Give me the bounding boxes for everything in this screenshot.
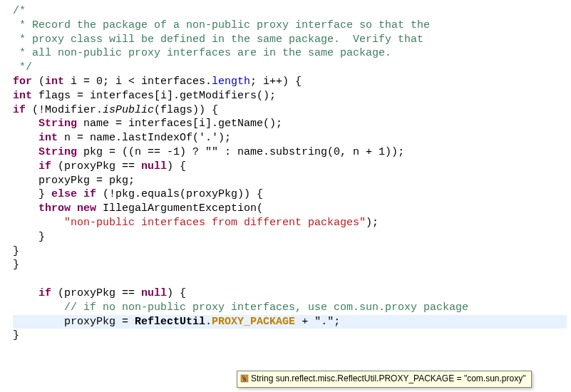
- keyword-null: null: [141, 160, 167, 172]
- tooltip-text: String sun.reflect.misc.ReflectUtil.PROX…: [251, 373, 525, 383]
- keyword-if: if: [38, 160, 51, 172]
- comment-line: * proxy class will be defined in the sam…: [13, 33, 423, 46]
- keyword-int: int: [45, 76, 64, 88]
- char-literal: '.': [199, 132, 218, 144]
- code-text: (!pkg.: [96, 188, 141, 200]
- method-call: substring: [269, 146, 327, 158]
- code-text: flags = interfaces[i].: [32, 90, 180, 102]
- comment-line: * all non-public proxy interfaces are in…: [13, 47, 391, 59]
- method-call: getName: [218, 118, 263, 130]
- keyword-if: if: [13, 104, 26, 116]
- keyword-null: null: [141, 287, 167, 299]
- type-string: String: [38, 146, 77, 158]
- brace: }: [13, 245, 19, 257]
- comment-line: */: [13, 61, 32, 73]
- brace: }: [13, 231, 45, 243]
- class-name: IllegalArgumentException(: [96, 202, 263, 215]
- string-literal: ".": [314, 316, 334, 328]
- code-text: ();: [263, 118, 282, 130]
- keyword-throw: throw: [38, 202, 71, 215]
- method-call: getModifiers: [180, 90, 257, 102]
- code-text: n = name.: [58, 132, 122, 144]
- code-text: ) {: [167, 160, 186, 172]
- code-text: );: [366, 217, 379, 229]
- string-literal: "": [205, 146, 218, 158]
- method-call: equals: [141, 188, 180, 200]
- keyword-int: int: [38, 132, 58, 144]
- code-text: (!Modifier.: [26, 104, 103, 116]
- brace: }: [13, 259, 19, 271]
- keyword-else: else: [51, 188, 77, 200]
- comment-line: // if no non-public proxy interfaces, us…: [64, 301, 468, 314]
- keyword-new: new: [71, 202, 96, 215]
- class-name: ReflectUtil: [135, 316, 205, 328]
- code-editor[interactable]: /* * Record the package of a non-public …: [13, 4, 567, 343]
- code-text: proxyPkg =: [64, 316, 135, 328]
- comment-line: * Record the package of a non-public pro…: [13, 19, 430, 31]
- code-text: (flags)) {: [154, 104, 218, 116]
- keyword-for: for: [13, 76, 32, 88]
- code-text: }: [38, 188, 51, 200]
- keyword-if: if: [77, 188, 96, 200]
- comment-line: /*: [13, 5, 26, 17]
- current-line-highlight: proxyPkg = ReflectUtil.PROXY_PACKAGE + "…: [13, 315, 567, 329]
- field-length: length: [212, 76, 250, 88]
- code-text: );: [218, 132, 231, 144]
- code-text: ; i++) {: [250, 76, 302, 88]
- code-text: (proxyPkg ==: [51, 287, 141, 299]
- type-string: String: [38, 118, 77, 130]
- svg-text:F: F: [242, 375, 245, 378]
- code-text: : name.: [218, 146, 269, 158]
- semicolon: ;: [334, 316, 340, 328]
- code-text: (proxyPkg ==: [51, 160, 141, 172]
- dot: .: [205, 316, 212, 328]
- code-text: name = interfaces[i].: [77, 118, 218, 130]
- hover-tooltip: S F String sun.reflect.misc.ReflectUtil.…: [237, 371, 532, 388]
- method-call: lastIndexOf: [122, 132, 192, 144]
- field-icon: S F: [240, 374, 249, 383]
- static-field: PROXY_PACKAGE: [212, 316, 295, 328]
- code-text: pkg = ((n == -1) ?: [77, 146, 205, 158]
- keyword-int: int: [13, 90, 32, 102]
- code-text: (0, n + 1));: [327, 146, 404, 158]
- code-text: +: [295, 316, 314, 328]
- keyword-if: if: [38, 287, 51, 299]
- code-text: ) {: [167, 287, 186, 299]
- code-text: i = 0; i < interfaces.: [64, 76, 212, 88]
- string-literal: "non-public interfaces from different pa…: [64, 217, 366, 229]
- method-call: isPublic: [103, 104, 154, 116]
- code-text: proxyPkg = pkg;: [38, 175, 135, 187]
- code-text: (proxyPkg)) {: [180, 188, 263, 200]
- code-text: ();: [257, 90, 276, 102]
- brace: }: [13, 329, 19, 341]
